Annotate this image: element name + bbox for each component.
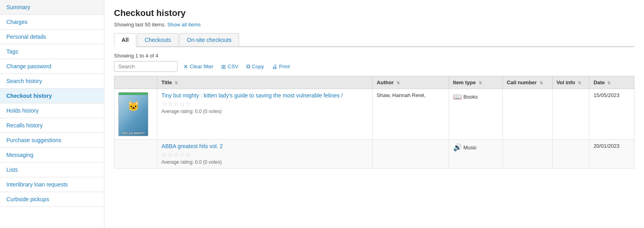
sort-arrow: ⇅ [477, 81, 482, 85]
cover-title-text: TINY but MIGHTY [121, 131, 146, 136]
col-call-number[interactable]: Call number ⇅ [503, 76, 552, 89]
clear-icon: ✕ [183, 63, 188, 70]
main-content: Checkout history Showing last 50 items. … [104, 0, 644, 228]
sidebar-item-recalls-history[interactable]: Recalls history [0, 118, 104, 133]
sidebar-item-messaging[interactable]: Messaging [0, 148, 104, 163]
cover-cell: 🐱 TINY but MIGHTY [114, 89, 157, 140]
item-type-icon: 🔊 [453, 143, 462, 151]
col-item-type[interactable]: Item type ⇅ [449, 76, 503, 89]
sidebar-item-lists[interactable]: Lists [0, 163, 104, 177]
sidebar-item-checkout-history[interactable]: Checkout history [0, 89, 104, 103]
cover-cell [114, 140, 157, 169]
sort-arrow: ⇅ [395, 81, 400, 85]
star-rating[interactable]: ☆☆☆☆☆ [161, 151, 368, 159]
sidebar-item-tags[interactable]: Tags [0, 44, 104, 59]
author-cell: Shaw, Hannah René, [373, 89, 449, 140]
table-row: ABBA greatest hits vol. 2 ☆☆☆☆☆ Average … [114, 140, 634, 169]
sidebar-item-personal-details[interactable]: Personal details [0, 30, 104, 44]
vol-info-cell [552, 140, 589, 169]
sort-arrow: ⇅ [607, 81, 611, 85]
col-title[interactable]: Title ⇅ [157, 76, 373, 89]
print-icon: 🖨 [272, 63, 277, 70]
subtitle: Showing last 50 items. Show all items [114, 22, 634, 28]
item-type-label: Music [463, 145, 477, 151]
date-cell: 15/05/2023 [589, 89, 634, 140]
print-label: Print [279, 63, 290, 69]
tab-checkouts[interactable]: Checkouts [137, 33, 179, 46]
sort-arrow: ⇅ [577, 81, 581, 85]
show-all-link[interactable]: Show all items [167, 22, 201, 28]
sort-arrow: ⇅ [174, 81, 178, 85]
csv-button[interactable]: ⊞ CSV [219, 62, 241, 71]
page-title: Checkout history [114, 8, 634, 18]
cover-cat-icon: 🐱 [128, 101, 139, 112]
item-type-label: Books [463, 94, 478, 100]
csv-icon: ⊞ [221, 63, 226, 70]
sidebar-item-purchase-suggestions[interactable]: Purchase suggestions [0, 133, 104, 148]
sidebar-item-change-password[interactable]: Change password [0, 59, 104, 74]
item-title-link[interactable]: ABBA greatest hits vol. 2 [161, 143, 223, 149]
date-cell: 20/01/2023 [589, 140, 634, 169]
avg-rating-text: Average rating: 0.0 (0 votes) [161, 109, 368, 114]
call-number-cell [503, 89, 552, 140]
sort-arrow: ⇅ [538, 81, 543, 85]
copy-label: Copy [252, 63, 264, 69]
col-vol-info[interactable]: Vol info ⇅ [552, 76, 589, 89]
sidebar-item-charges[interactable]: Charges [0, 15, 104, 30]
call-number-cell [503, 140, 552, 169]
item-type-cell: 📖Books [449, 89, 503, 140]
col-date[interactable]: Date ⇅ [589, 76, 634, 89]
sidebar-item-holds-history[interactable]: Holds history [0, 103, 104, 118]
copy-button[interactable]: ⧉ Copy [244, 61, 266, 71]
subtitle-text: Showing last 50 items. [114, 22, 166, 28]
tab-all[interactable]: All [114, 33, 136, 47]
vol-info-cell [552, 89, 589, 140]
search-input[interactable] [114, 61, 178, 72]
table-row: 🐱 TINY but MIGHTY Tiny but mighty : kitt… [114, 89, 634, 140]
controls-bar: ✕ Clear filter ⊞ CSV ⧉ Copy 🖨 Print [114, 61, 634, 72]
sidebar-item-summary[interactable]: Summary [0, 0, 104, 15]
sidebar: SummaryChargesPersonal detailsTagsChange… [0, 0, 104, 228]
author-cell [373, 140, 449, 169]
item-type-cell: 🔊Music [449, 140, 503, 169]
item-title-link[interactable]: Tiny but mighty : kitten lady's guide to… [161, 92, 343, 99]
csv-label: CSV [228, 63, 238, 69]
col-cover [114, 76, 157, 89]
copy-icon: ⧉ [246, 63, 250, 70]
star-rating[interactable]: ☆☆☆☆☆ [161, 100, 368, 108]
tabs-bar: AllCheckoutsOn-site checkouts [114, 33, 634, 47]
col-author[interactable]: Author ⇅ [373, 76, 449, 89]
title-cell: ABBA greatest hits vol. 2 ☆☆☆☆☆ Average … [157, 140, 373, 169]
item-type-icon: 📖 [453, 93, 462, 101]
clear-filter-label: Clear filter [190, 63, 213, 69]
book-cover: 🐱 TINY but MIGHTY [118, 92, 148, 136]
print-button[interactable]: 🖨 Print [269, 62, 292, 71]
clear-filter-button[interactable]: ✕ Clear filter [181, 62, 216, 71]
avg-rating-text: Average rating: 0.0 (0 votes) [161, 159, 368, 165]
checkout-table: Title ⇅Author ⇅Item type ⇅Call number ⇅V… [114, 76, 634, 169]
cover-stripe [119, 93, 148, 95]
sidebar-item-ill-requests[interactable]: Interlibrary loan requests [0, 177, 104, 192]
sidebar-item-search-history[interactable]: Search history [0, 74, 104, 89]
tab-on-site-checkouts[interactable]: On-site checkouts [179, 33, 239, 46]
sidebar-item-curbside-pickups[interactable]: Curbside pickups [0, 192, 104, 207]
title-cell: Tiny but mighty : kitten lady's guide to… [157, 89, 373, 140]
showing-count: Showing 1 to 4 of 4 [114, 53, 634, 59]
